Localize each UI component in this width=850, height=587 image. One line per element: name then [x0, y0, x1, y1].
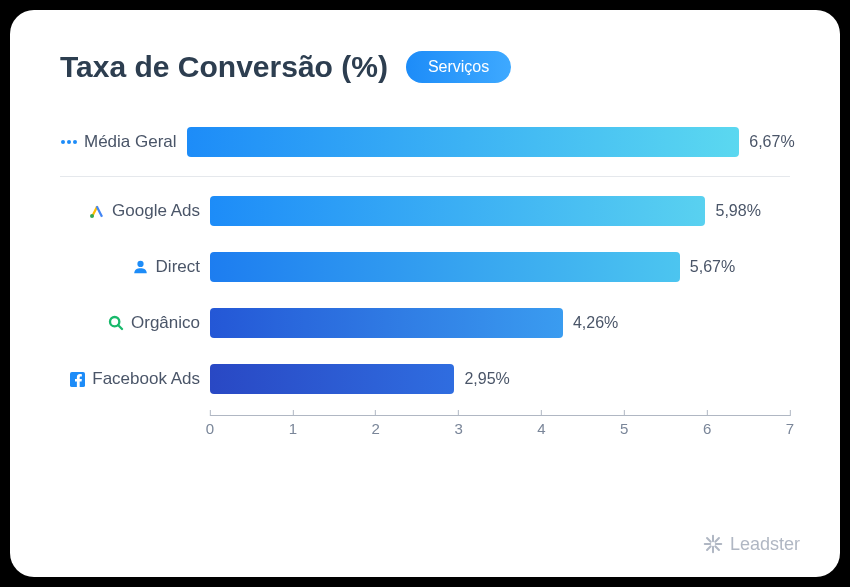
- bar-col: 5,67%: [210, 252, 790, 282]
- svg-point-1: [67, 140, 71, 144]
- axis-tick: 0: [206, 410, 214, 437]
- svg-line-15: [707, 546, 711, 550]
- bar-col: 5,98%: [210, 196, 790, 226]
- x-axis: 01234567: [210, 415, 790, 445]
- category-badge: Serviços: [406, 51, 511, 83]
- chart-row: Direct5,67%: [60, 239, 790, 295]
- axis-tick: 5: [620, 410, 628, 437]
- tick-label: 1: [289, 420, 297, 437]
- tick-mark: [790, 410, 791, 416]
- tick-mark: [375, 410, 376, 416]
- section-divider: [60, 176, 790, 177]
- axis-tick: 6: [703, 410, 711, 437]
- bar-col: 2,95%: [210, 364, 790, 394]
- value-label: 2,95%: [464, 370, 509, 388]
- brand-name: Leadster: [730, 534, 800, 555]
- person-icon: [132, 258, 150, 276]
- tick-label: 2: [372, 420, 380, 437]
- value-label: 5,98%: [715, 202, 760, 220]
- facebook-icon: [68, 370, 86, 388]
- axis-tick: 7: [786, 410, 794, 437]
- axis-tick: 2: [372, 410, 380, 437]
- tick-label: 5: [620, 420, 628, 437]
- svg-point-3: [90, 214, 94, 218]
- axis-tick: 4: [537, 410, 545, 437]
- tick-label: 4: [537, 420, 545, 437]
- svg-line-6: [118, 325, 122, 329]
- svg-line-13: [715, 546, 719, 550]
- bar: [210, 308, 563, 338]
- chart-area: Média Geral6,67%Google Ads5,98%Direct5,6…: [60, 114, 790, 445]
- chart-row: Facebook Ads2,95%: [60, 351, 790, 407]
- svg-point-0: [61, 140, 65, 144]
- svg-line-14: [715, 538, 719, 542]
- row-label: Média Geral: [84, 132, 177, 152]
- tick-label: 0: [206, 420, 214, 437]
- leadster-icon: [702, 533, 724, 555]
- row-label-col: Direct: [60, 257, 210, 277]
- tick-label: 6: [703, 420, 711, 437]
- row-label: Google Ads: [112, 201, 200, 221]
- row-label: Direct: [156, 257, 200, 277]
- dots-icon: [60, 133, 78, 151]
- tick-mark: [541, 410, 542, 416]
- axis-tick: 1: [289, 410, 297, 437]
- axis-tick: 3: [454, 410, 462, 437]
- tick-label: 7: [786, 420, 794, 437]
- brand-logo: Leadster: [702, 533, 800, 555]
- row-label-col: Orgânico: [60, 313, 210, 333]
- tick-mark: [292, 410, 293, 416]
- tick-mark: [458, 410, 459, 416]
- tick-label: 3: [454, 420, 462, 437]
- row-label-col: Facebook Ads: [60, 369, 210, 389]
- tick-mark: [707, 410, 708, 416]
- search-icon: [107, 314, 125, 332]
- row-label: Facebook Ads: [92, 369, 200, 389]
- svg-point-4: [137, 261, 143, 267]
- bar: [210, 196, 705, 226]
- bar: [210, 252, 680, 282]
- chart-card: Taxa de Conversão (%) Serviços Média Ger…: [10, 10, 840, 577]
- svg-point-2: [73, 140, 77, 144]
- bar-col: 4,26%: [210, 308, 790, 338]
- chart-row: Google Ads5,98%: [60, 183, 790, 239]
- google-ads-icon: [88, 202, 106, 220]
- chart-header: Taxa de Conversão (%) Serviços: [60, 50, 790, 84]
- value-label: 5,67%: [690, 258, 735, 276]
- chart-row: Média Geral6,67%: [60, 114, 790, 170]
- row-label: Orgânico: [131, 313, 200, 333]
- bar-col: 6,67%: [187, 127, 795, 157]
- tick-mark: [210, 410, 211, 416]
- bar: [187, 127, 740, 157]
- value-label: 6,67%: [749, 133, 794, 151]
- chart-title: Taxa de Conversão (%): [60, 50, 388, 84]
- row-label-col: Google Ads: [60, 201, 210, 221]
- value-label: 4,26%: [573, 314, 618, 332]
- row-label-col: Média Geral: [60, 132, 187, 152]
- svg-line-12: [707, 538, 711, 542]
- tick-mark: [624, 410, 625, 416]
- chart-row: Orgânico4,26%: [60, 295, 790, 351]
- bar: [210, 364, 454, 394]
